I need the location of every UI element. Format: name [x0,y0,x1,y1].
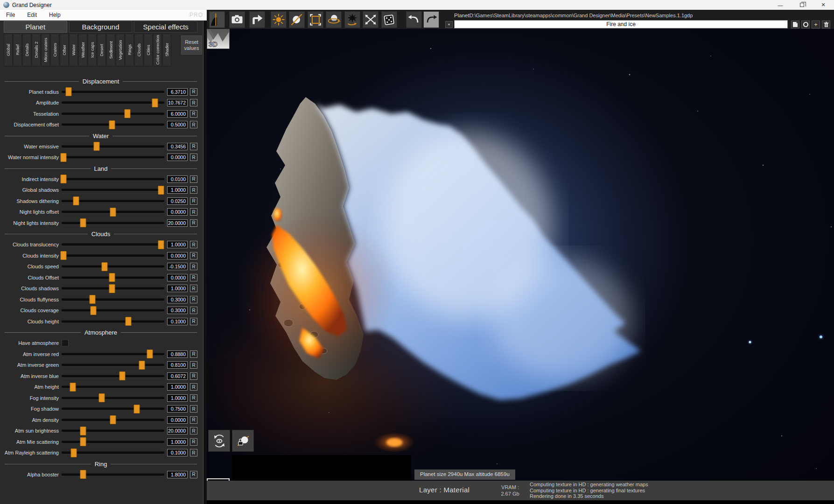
sun-light-button[interactable] [271,11,287,28]
row-reset-button[interactable]: R [190,318,197,325]
slider-track[interactable] [62,364,164,366]
slider-value-field[interactable]: -0.1500 [167,263,188,270]
preset-name-combo[interactable]: Fire and ice [454,20,788,28]
slider-handle[interactable] [66,87,72,96]
row-reset-button[interactable]: R [190,427,197,434]
row-reset-button[interactable]: R [190,110,197,118]
row-reset-button[interactable]: R [190,416,197,424]
checkbox[interactable] [62,340,69,347]
slider-value-field[interactable]: 20.0000 [167,427,188,434]
slider-track[interactable] [62,309,164,312]
slider-value-field[interactable]: 1.0000 [167,438,188,446]
slider-value-field[interactable]: 1.0000 [167,285,188,292]
planet-viewport[interactable]: 3D Planet size 2940u Max altitude 6859u … [207,29,834,504]
slider-value-field[interactable]: 0.1000 [167,449,188,456]
preset-add-button[interactable]: + [812,21,820,28]
row-reset-button[interactable]: R [190,263,197,270]
auto-rotate-view-button[interactable] [208,430,230,452]
category-tab-vegetation[interactable]: Vegetation [116,34,125,66]
row-reset-button[interactable]: R [190,99,197,106]
slider-handle[interactable] [61,251,67,260]
slider-handle[interactable] [158,186,164,195]
menu-edit[interactable]: Edit [21,10,43,20]
slider-handle[interactable] [147,350,153,358]
slider-value-field[interactable]: 0.0000 [167,252,188,259]
export-button[interactable] [249,11,265,28]
slider-track[interactable] [62,287,164,290]
tab-planet[interactable]: Planet [4,21,67,33]
slider-handle[interactable] [110,208,116,217]
row-reset-button[interactable]: R [190,121,197,128]
row-reset-button[interactable]: R [190,88,197,96]
slider-value-field[interactable]: 0.1000 [167,318,188,325]
slider-value-field[interactable]: 1.8000 [167,471,188,478]
slider-track[interactable] [62,408,164,410]
slider-value-field[interactable]: 1.0000 [167,383,188,391]
slider-track[interactable] [62,375,164,377]
slider-value-field[interactable]: 0.0000 [167,208,188,216]
slider-handle[interactable] [109,273,115,282]
category-tab-ice-caps[interactable]: Ice caps [88,34,97,66]
slider-handle[interactable] [80,470,86,479]
category-tab-water[interactable]: Water [69,34,78,66]
slider-track[interactable] [62,254,164,257]
slider-handle[interactable] [126,317,132,326]
slider-track[interactable] [62,266,164,268]
row-reset-button[interactable]: R [190,405,197,413]
dice-random-button[interactable] [381,11,397,28]
slider-value-field[interactable]: 0.0100 [167,175,188,183]
impact-button[interactable] [344,11,360,28]
slider-handle[interactable] [91,306,97,315]
category-tab-rings[interactable]: Rings [125,34,134,66]
slider-track[interactable] [62,156,164,159]
row-reset-button[interactable]: R [190,154,197,161]
category-tab-sediment[interactable]: Sediment [106,34,115,66]
minimize-button[interactable]: — [770,0,791,10]
slider-value-field[interactable]: 0.0000 [167,416,188,424]
slider-value-field[interactable]: 1.0000 [167,186,188,194]
slider-track[interactable] [62,298,164,301]
slider-track[interactable] [62,419,164,421]
slider-value-field[interactable]: 0.5000 [167,121,188,128]
slider-handle[interactable] [93,142,99,151]
row-reset-button[interactable]: R [190,394,197,402]
slider-track[interactable] [62,386,164,388]
slider-track[interactable] [62,452,164,454]
close-button[interactable]: ✕ [813,0,834,10]
slider-value-field[interactable]: 0.7500 [167,405,188,413]
slider-handle[interactable] [80,218,86,227]
row-reset-button[interactable]: R [190,197,197,205]
slider-value-field[interactable]: 0.0000 [167,154,188,161]
slider-track[interactable] [62,112,164,115]
slider-track[interactable] [62,124,164,126]
row-reset-button[interactable]: R [190,285,197,292]
slider-handle[interactable] [61,153,67,162]
category-tab-cities[interactable]: Cities [144,34,153,66]
category-tab-desert[interactable]: Desert [97,34,106,66]
reset-values-button[interactable]: Reset values [181,35,202,55]
slider-value-field[interactable]: 0.0000 [167,274,188,281]
slider-handle[interactable] [110,415,116,424]
planet-sphere-button[interactable] [289,11,305,28]
slider-track[interactable] [62,473,164,476]
slider-handle[interactable] [109,284,115,293]
category-tab-global[interactable]: Global [4,34,13,66]
slider-handle[interactable] [109,120,115,129]
slider-track[interactable] [62,353,164,355]
category-tab-relief[interactable]: Relief [13,34,22,66]
tab-background[interactable]: Background [69,21,133,33]
tab-special-effects[interactable]: Special effects [134,21,197,33]
category-tab-clouds[interactable]: Clouds [134,34,143,66]
slider-track[interactable] [62,320,164,322]
slider-value-field[interactable]: 0.0250 [167,197,188,205]
slider-value-field[interactable]: 20.0000 [167,219,188,227]
row-reset-button[interactable]: R [190,307,197,314]
slider-handle[interactable] [61,175,67,183]
slider-value-field[interactable]: 6.0000 [167,110,188,118]
slider-handle[interactable] [80,427,86,435]
undo-button[interactable] [406,11,422,28]
slider-value-field[interactable]: 1.0000 [167,394,188,402]
slider-handle[interactable] [71,448,77,457]
slider-track[interactable] [62,244,164,246]
screenshot-button[interactable] [229,11,245,28]
